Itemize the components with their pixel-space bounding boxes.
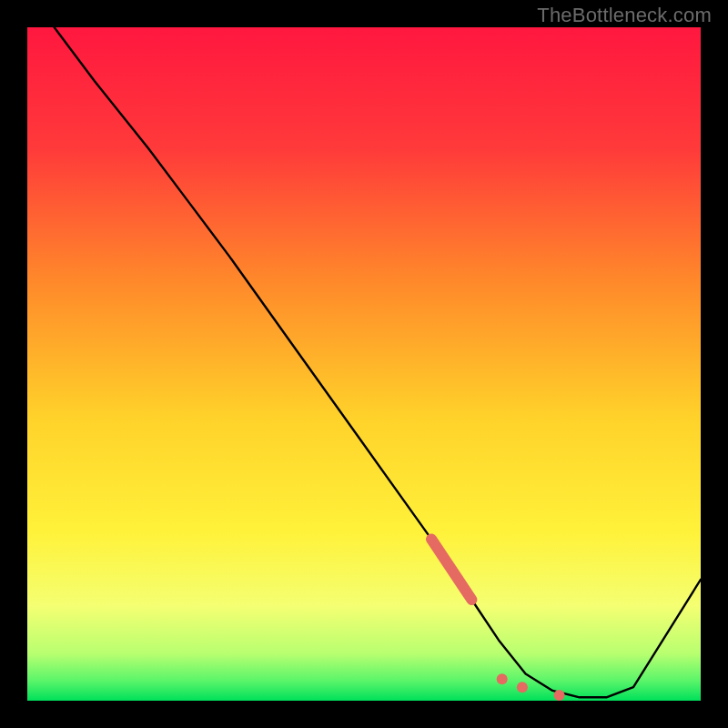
svg-point-1	[497, 673, 508, 684]
gradient-background	[27, 27, 701, 701]
chart-frame: TheBottleneck.com	[0, 0, 728, 728]
plot-area	[27, 27, 701, 701]
svg-point-3	[554, 690, 565, 701]
watermark-text: TheBottleneck.com	[537, 4, 712, 27]
svg-point-2	[517, 682, 528, 693]
chart-svg	[27, 27, 701, 701]
